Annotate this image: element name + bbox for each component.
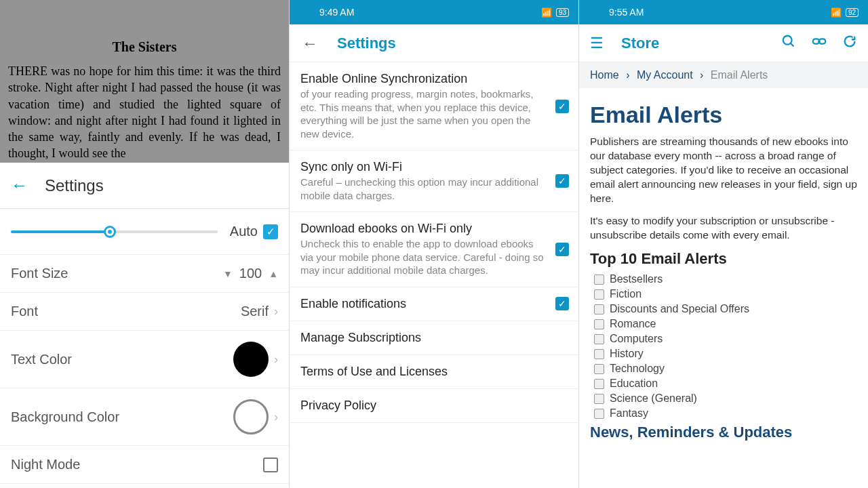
auto-brightness-label: Auto — [230, 224, 258, 239]
alert-label: Romance — [610, 318, 656, 330]
alert-label: Education — [610, 378, 658, 390]
settings-list: Enable Online Synchronizationof your rea… — [290, 62, 578, 423]
checkbox-icon[interactable] — [594, 409, 604, 419]
sheet-header: ← Settings — [0, 163, 289, 209]
section-title: Top 10 Email Alerts — [590, 250, 857, 268]
checkbox-icon[interactable] — [594, 394, 604, 404]
app-bar: ← Settings — [290, 24, 578, 62]
settings-item[interactable]: Enable notifications✓ — [290, 287, 578, 321]
back-arrow-icon[interactable]: ← — [302, 34, 318, 53]
settings-item[interactable]: Terms of Use and Licenses — [290, 355, 578, 389]
text-color-swatch[interactable] — [233, 342, 269, 377]
breadcrumb-account[interactable]: My Account — [637, 69, 693, 81]
app-bar-title: Store — [621, 35, 766, 52]
book-chapter-title: The Sisters — [8, 5, 281, 63]
bg-color-swatch[interactable] — [233, 399, 269, 434]
bg-color-row[interactable]: Background Color › — [0, 388, 289, 446]
brightness-slider[interactable] — [11, 230, 218, 233]
hamburger-icon[interactable]: ☰ — [590, 35, 604, 52]
checkbox-icon[interactable] — [594, 334, 604, 344]
chevron-right-icon: › — [274, 410, 278, 424]
settings-item[interactable]: Privacy Policy — [290, 389, 578, 423]
checkbox-icon[interactable] — [594, 349, 604, 359]
bg-color-label: Background Color — [11, 409, 233, 425]
breadcrumb: Home › My Account › Email Alerts — [579, 62, 868, 88]
alert-item[interactable]: Technology — [594, 363, 857, 375]
night-mode-row[interactable]: Night Mode — [0, 446, 289, 484]
section-title-2: News, Reminders & Updates — [590, 424, 857, 441]
settings-item[interactable]: Sync only on Wi-FiCareful – unchecking t… — [290, 150, 578, 212]
alert-item[interactable]: Computers — [594, 333, 857, 345]
slider-thumb-icon[interactable] — [104, 226, 116, 238]
settings-item[interactable]: Enable Online Synchronizationof your rea… — [290, 62, 578, 150]
font-value: Serif — [241, 304, 269, 319]
alert-item[interactable]: History — [594, 348, 857, 360]
chevron-up-icon[interactable]: ▲ — [269, 268, 278, 279]
item-title: Download ebooks on Wi-Fi only — [300, 222, 545, 236]
page-content: Email Alerts Publishers are streaming th… — [579, 88, 868, 449]
item-description: Careful – unchecking this option may inc… — [300, 176, 545, 202]
book-body-text: THERE was no hope for him this time: it … — [8, 63, 281, 162]
settings-item[interactable]: Download ebooks on Wi-Fi onlyUncheck thi… — [290, 212, 578, 287]
alert-item[interactable]: Education — [594, 378, 857, 390]
item-checkbox[interactable]: ✓ — [555, 243, 569, 256]
checkbox-icon[interactable] — [594, 364, 604, 374]
status-bar: 9:55 AM 📶 92 — [579, 0, 868, 24]
app-settings-panel: 9:49 AM 📶 93 ← Settings Enable Online Sy… — [289, 0, 578, 488]
font-label: Font — [11, 304, 241, 319]
item-title: Privacy Policy — [300, 399, 545, 413]
app-bar-title: Settings — [337, 35, 396, 52]
status-time: 9:49 AM — [299, 7, 541, 18]
item-title: Terms of Use and Licenses — [300, 365, 545, 379]
checkbox-icon[interactable] — [594, 304, 604, 314]
breadcrumb-home[interactable]: Home — [590, 69, 619, 81]
alert-label: Discounts and Special Offers — [610, 303, 749, 315]
alert-item[interactable]: Science (General) — [594, 392, 857, 405]
alerts-list: BestsellersFictionDiscounts and Special … — [590, 273, 857, 420]
alert-item[interactable]: Fantasy — [594, 407, 857, 420]
breadcrumb-current: Email Alerts — [711, 69, 768, 81]
sheet-title: Settings — [45, 176, 104, 195]
reader-preview: The Sisters THERE was no hope for him th… — [0, 0, 289, 162]
link-icon[interactable] — [811, 34, 827, 52]
settings-sheet: ← Settings Auto ✓ Font Size ▼ 100 ▲ Font… — [0, 163, 289, 488]
item-description: of your reading progress, margin notes, … — [300, 87, 545, 140]
status-time: 9:55 AM — [589, 7, 831, 18]
night-mode-checkbox[interactable] — [263, 458, 278, 472]
item-checkbox[interactable]: ✓ — [555, 297, 569, 310]
app-bar: ☰ Store — [579, 24, 868, 62]
alert-item[interactable]: Bestsellers — [594, 273, 857, 285]
checkbox-icon[interactable] — [594, 379, 604, 389]
font-size-row[interactable]: Font Size ▼ 100 ▲ — [0, 255, 289, 293]
chevron-right-icon: › — [274, 304, 278, 319]
refresh-icon[interactable] — [842, 34, 857, 52]
checkbox-icon[interactable] — [594, 289, 604, 300]
svg-line-1 — [791, 43, 794, 47]
chevron-down-icon[interactable]: ▼ — [223, 268, 233, 279]
checkbox-icon[interactable] — [594, 274, 604, 285]
font-row[interactable]: Font Serif › — [0, 293, 289, 331]
alert-label: Fantasy — [610, 407, 648, 420]
alert-label: Computers — [610, 333, 663, 345]
alert-item[interactable]: Discounts and Special Offers — [594, 303, 857, 315]
reader-settings-panel: The Sisters THERE was no hope for him th… — [0, 0, 289, 488]
settings-item[interactable]: Manage Subscriptions — [290, 321, 578, 355]
intro-paragraph-2: It's easy to modify your subscription or… — [590, 214, 857, 243]
store-panel: 9:55 AM 📶 92 ☰ Store Home › My Account ›… — [578, 0, 868, 488]
volume-pages-row[interactable]: Volume Buttons Turn Pages ✓ — [0, 484, 289, 488]
font-size-stepper[interactable]: ▼ 100 ▲ — [223, 266, 278, 281]
battery-icon: 93 — [556, 8, 569, 17]
signal-icon: 📶 — [541, 7, 552, 18]
font-size-label: Font Size — [11, 266, 223, 281]
alert-item[interactable]: Fiction — [594, 288, 857, 300]
auto-brightness-checkbox[interactable]: ✓ — [263, 224, 278, 239]
back-arrow-icon[interactable]: ← — [11, 175, 28, 196]
svg-point-0 — [783, 36, 792, 45]
alert-item[interactable]: Romance — [594, 318, 857, 330]
item-checkbox[interactable]: ✓ — [555, 100, 569, 113]
signal-icon: 📶 — [831, 7, 842, 18]
text-color-row[interactable]: Text Color › — [0, 331, 289, 388]
search-icon[interactable] — [781, 34, 796, 52]
item-checkbox[interactable]: ✓ — [555, 174, 569, 188]
checkbox-icon[interactable] — [594, 319, 604, 329]
